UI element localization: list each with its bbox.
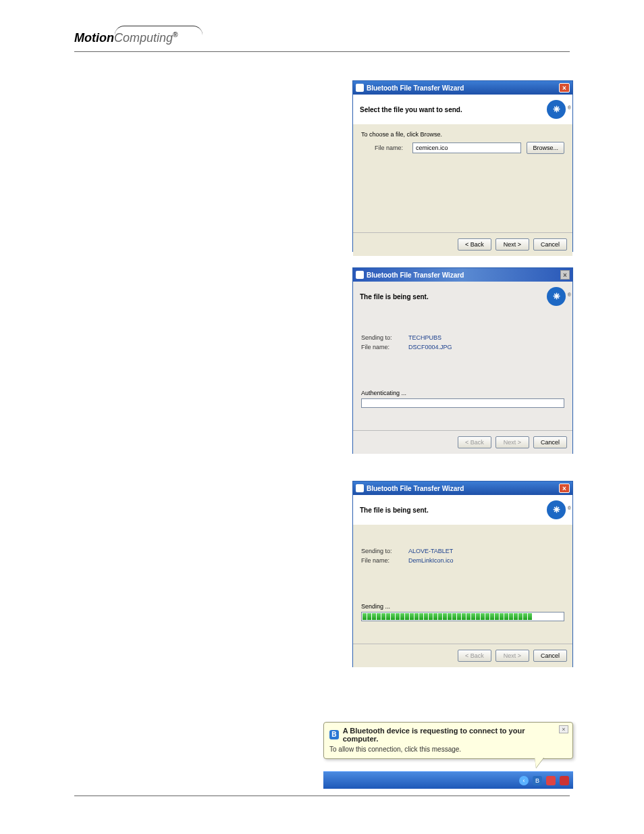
- back-button: < Back: [458, 436, 491, 448]
- titlebar[interactable]: Bluetooth File Transfer Wizard ×: [353, 268, 572, 282]
- close-icon[interactable]: ×: [559, 484, 570, 493]
- filename-input[interactable]: cemicen.ico: [412, 142, 521, 153]
- hint-text: To choose a file, click Browse.: [361, 131, 564, 138]
- progress-bar: [361, 398, 564, 408]
- subtitle-bar: The file is being sent. ⁕®: [353, 495, 572, 525]
- progress-bar: [361, 612, 564, 621]
- brand-motion: Motion: [74, 31, 114, 45]
- cancel-button[interactable]: Cancel: [533, 238, 567, 251]
- titlebar[interactable]: Bluetooth File Transfer Wizard ×: [353, 81, 572, 95]
- next-button: Next >: [495, 436, 529, 448]
- balloon-tail: [535, 757, 544, 768]
- window-body: Sending to: TECHPUBS File name: DSCF0004…: [353, 311, 572, 430]
- bluetooth-info-icon: B: [329, 730, 339, 739]
- back-button[interactable]: < Back: [458, 238, 491, 251]
- wizard-select-file-window: Bluetooth File Transfer Wizard × Select …: [352, 80, 573, 252]
- status-text: Sending ...: [361, 603, 390, 610]
- filename-value: DSCF0004.JPG: [408, 344, 452, 350]
- tray-app-icon[interactable]: [560, 776, 569, 785]
- filename-label: File name:: [361, 557, 408, 564]
- bluetooth-app-icon: [356, 84, 364, 92]
- page-header: MotionComputing®: [74, 31, 570, 45]
- wizard-authenticating-window: Bluetooth File Transfer Wizard × The fil…: [352, 267, 573, 454]
- tray-arrow-icon[interactable]: ‹: [519, 776, 529, 785]
- close-icon[interactable]: ×: [559, 83, 570, 93]
- tray-shield-icon[interactable]: [546, 776, 556, 785]
- next-button[interactable]: Next >: [495, 238, 529, 251]
- wizard-footer: < Back Next > Cancel: [353, 644, 572, 667]
- window-title: Bluetooth File Transfer Wizard: [367, 485, 559, 492]
- subtitle-text: The file is being sent.: [360, 293, 547, 301]
- sending-to-value: ALOVE-TABLET: [408, 548, 453, 554]
- window-body: To choose a file, click Browse. File nam…: [353, 124, 572, 232]
- logo-arc: [115, 26, 203, 35]
- balloon-message: To allow this connection, click this mes…: [329, 746, 558, 753]
- wizard-footer: < Back Next > Cancel: [353, 430, 572, 454]
- bluetooth-icon: ⁕®: [547, 100, 566, 119]
- bluetooth-app-icon: [356, 484, 364, 492]
- registered-icon: ®: [568, 499, 571, 518]
- wizard-sending-window: Bluetooth File Transfer Wizard × The fil…: [352, 481, 573, 667]
- subtitle-bar: Select the file you want to send. ⁕®: [353, 95, 572, 124]
- wizard-footer: < Back Next > Cancel: [353, 232, 572, 256]
- cancel-button[interactable]: Cancel: [533, 436, 567, 448]
- bluetooth-icon: ⁕®: [547, 287, 566, 306]
- sending-to-value: TECHPUBS: [408, 334, 441, 341]
- balloon-tooltip[interactable]: B A Bluetooth device is requesting to co…: [323, 722, 573, 759]
- filename-label: File name:: [375, 145, 412, 151]
- registered-icon: ®: [568, 286, 571, 305]
- window-body: Sending to: ALOVE-TABLET File name: DemL…: [353, 525, 572, 644]
- sending-to-label: Sending to:: [361, 548, 408, 554]
- sending-to-label: Sending to:: [361, 334, 408, 341]
- window-title: Bluetooth File Transfer Wizard: [367, 271, 560, 279]
- filename-value: DemLinkIcon.ico: [408, 557, 454, 564]
- status-text: Authenticating ...: [361, 390, 406, 396]
- back-button: < Back: [458, 650, 491, 662]
- next-button: Next >: [495, 650, 529, 662]
- filename-label: File name:: [361, 344, 408, 350]
- tray-bluetooth-icon[interactable]: B: [533, 776, 542, 785]
- balloon-title: A Bluetooth device is requesting to conn…: [343, 727, 558, 743]
- close-icon[interactable]: ×: [560, 270, 570, 280]
- subtitle-bar: The file is being sent. ⁕®: [353, 282, 572, 311]
- header-rule: [74, 51, 570, 52]
- bluetooth-app-icon: [356, 271, 364, 279]
- titlebar[interactable]: Bluetooth File Transfer Wizard ×: [353, 481, 572, 495]
- footer-rule: [74, 796, 570, 796]
- window-title: Bluetooth File Transfer Wizard: [367, 84, 559, 92]
- taskbar: ‹ B: [323, 771, 573, 789]
- subtitle-text: Select the file you want to send.: [360, 106, 547, 113]
- bluetooth-icon: ⁕®: [547, 500, 566, 519]
- notification-area: B A Bluetooth device is requesting to co…: [323, 722, 573, 789]
- browse-button[interactable]: Browse...: [527, 142, 564, 154]
- cancel-button[interactable]: Cancel: [533, 650, 567, 662]
- registered-icon: ®: [568, 99, 571, 118]
- subtitle-text: The file is being sent.: [360, 506, 547, 514]
- balloon-close-icon[interactable]: ×: [559, 725, 568, 733]
